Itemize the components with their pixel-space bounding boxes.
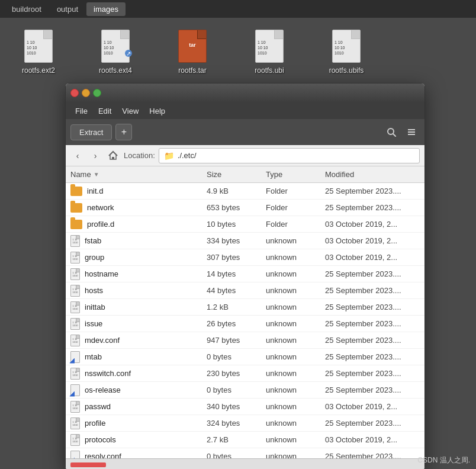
col-header-type[interactable]: Type: [266, 170, 325, 179]
file-size: 4.9 kB: [207, 187, 266, 195]
table-row[interactable]: resolv.conf 0 bytes unknown 25 September…: [66, 448, 424, 458]
watermark: CSDN 温人之周.: [417, 455, 470, 465]
menu-view[interactable]: View: [117, 105, 143, 117]
table-row[interactable]: 1 101010 passwd 340 bytes unknown 03 Oct…: [66, 399, 424, 415]
back-button[interactable]: ‹: [70, 149, 85, 163]
window-minimize-button[interactable]: [82, 89, 90, 97]
file-name-cell: 1 101010 passwd: [70, 401, 207, 413]
file-type: unknown: [266, 319, 325, 328]
file-name: hostname: [85, 269, 118, 278]
table-row[interactable]: 1 101010 hosts 44 bytes unknown 25 Septe…: [66, 282, 424, 299]
file-modified: 03 October 2019, 2...: [325, 253, 420, 262]
file-name-cell: mtab: [70, 351, 207, 363]
column-headers: Name ▼ Size Type Modified: [66, 166, 424, 183]
search-button[interactable]: [383, 124, 400, 140]
add-button[interactable]: +: [115, 124, 132, 140]
file-size: 2.7 kB: [207, 435, 266, 444]
col-header-name[interactable]: Name ▼: [70, 170, 207, 179]
table-row[interactable]: 1 101010 issue 26 bytes unknown 25 Septe…: [66, 316, 424, 332]
file-icon: 1 101010: [70, 434, 80, 446]
locationbar: ‹ › Location: 📁 ./.etc/: [66, 145, 424, 166]
col-header-modified[interactable]: Modified: [325, 170, 420, 179]
desktop-icon-rootfs-tar[interactable]: tar rootfs.tar: [172, 30, 213, 75]
hamburger-menu-button[interactable]: [403, 124, 420, 140]
archive-manager-window: File Edit View Help Extract +: [65, 83, 425, 469]
menu-file[interactable]: File: [70, 105, 92, 117]
table-row[interactable]: network 653 bytes Folder 25 September 20…: [66, 200, 424, 216]
table-row[interactable]: 1 101010 inittab 1.2 kB unknown 25 Septe…: [66, 299, 424, 316]
file-name-cell: 1 101010 protocols: [70, 434, 207, 446]
file-name-cell: init.d: [70, 187, 207, 196]
menu-help[interactable]: Help: [144, 105, 170, 117]
table-row[interactable]: 1 101010 profile 324 bytes unknown 25 Se…: [66, 415, 424, 432]
file-name: mtab: [85, 352, 102, 361]
desktop-icon-rootfs-ubifs[interactable]: 1 1010 101010 rootfs.ubifs: [326, 30, 367, 75]
desktop-icon-rootfs-ubi[interactable]: 1 1010 101010 rootfs.ubi: [249, 30, 290, 75]
desktop-icon-rootfs-ext2[interactable]: 1 1010 101010 rootfs.ext2: [18, 30, 59, 75]
forward-button[interactable]: ›: [88, 149, 102, 163]
home-button[interactable]: [106, 149, 120, 163]
file-icon: 1 101010: [70, 401, 80, 413]
file-icon: 1 101010: [70, 368, 80, 380]
file-modified: 25 September 2023....: [325, 319, 420, 328]
file-modified: 25 September 2023....: [325, 419, 420, 428]
file-name: profile.d: [87, 220, 114, 229]
status-progress-bar: [70, 462, 106, 467]
file-type: unknown: [266, 286, 325, 295]
window-close-button[interactable]: [70, 89, 79, 97]
file-type: Folder: [266, 220, 325, 229]
file-name-cell: 1 101010 hosts: [70, 285, 207, 297]
file-type: unknown: [266, 303, 325, 311]
desktop-icon-rootfs-ext4[interactable]: 1 1010 101010 ↗ rootfs.ext4: [95, 30, 136, 75]
file-type: unknown: [266, 386, 325, 394]
desktop-icons-row: 1 1010 101010 rootfs.ext2 1 1010 101010 …: [0, 18, 476, 86]
file-type: unknown: [266, 352, 325, 361]
file-modified: 25 September 2023....: [325, 452, 420, 458]
file-size: 324 bytes: [207, 419, 266, 428]
file-name: passwd: [85, 402, 111, 411]
file-modified: 03 October 2019, 2...: [325, 236, 420, 245]
table-row[interactable]: 1 101010 mdev.conf 947 bytes unknown 25 …: [66, 332, 424, 349]
taskbar-output[interactable]: output: [50, 2, 85, 16]
desktop-icon-label-ubifs: rootfs.ubifs: [329, 66, 364, 75]
file-type: unknown: [266, 419, 325, 428]
taskbar-images[interactable]: images: [86, 2, 126, 16]
file-icon: 1 101010: [70, 235, 80, 247]
link-icon: [70, 351, 80, 363]
table-row[interactable]: 1 101010 hostname 14 bytes unknown 25 Se…: [66, 266, 424, 282]
table-row[interactable]: 1 101010 protocols 2.7 kB unknown 03 Oct…: [66, 432, 424, 448]
file-type: unknown: [266, 402, 325, 411]
table-row[interactable]: 1 101010 group 307 bytes unknown 03 Octo…: [66, 249, 424, 266]
table-row[interactable]: init.d 4.9 kB Folder 25 September 2023..…: [66, 183, 424, 200]
table-row[interactable]: os-release 0 bytes unknown 25 September …: [66, 382, 424, 399]
table-row[interactable]: 1 101010 fstab 334 bytes unknown 03 Octo…: [66, 233, 424, 249]
file-modified: 25 September 2023....: [325, 303, 420, 311]
file-type: unknown: [266, 236, 325, 245]
table-row[interactable]: mtab 0 bytes unknown 25 September 2023..…: [66, 349, 424, 365]
location-path-text: ./.etc/: [178, 151, 197, 160]
file-size: 44 bytes: [207, 286, 266, 295]
taskbar-buildroot[interactable]: buildroot: [5, 2, 49, 16]
file-modified: 03 October 2019, 2...: [325, 435, 420, 444]
file-name-cell: 1 101010 group: [70, 252, 207, 264]
col-header-size[interactable]: Size: [207, 170, 266, 179]
extract-button[interactable]: Extract: [70, 124, 112, 140]
table-row[interactable]: profile.d 10 bytes Folder 03 October 201…: [66, 216, 424, 233]
file-name: hosts: [85, 286, 103, 295]
file-name: fstab: [85, 236, 101, 245]
file-icon: 1 101010: [70, 417, 80, 429]
file-size: 26 bytes: [207, 319, 266, 328]
menu-edit[interactable]: Edit: [94, 105, 116, 117]
file-icon: 1 101010: [70, 252, 80, 264]
window-maximize-button[interactable]: [93, 89, 101, 97]
file-name: init.d: [87, 187, 103, 195]
file-list[interactable]: init.d 4.9 kB Folder 25 September 2023..…: [66, 183, 424, 458]
table-row[interactable]: 1 101010 nsswitch.conf 230 bytes unknown…: [66, 365, 424, 382]
file-name-cell: 1 101010 inittab: [70, 301, 207, 313]
folder-icon: [70, 187, 82, 196]
file-modified: 25 September 2023....: [325, 286, 420, 295]
location-path[interactable]: 📁 ./.etc/: [159, 148, 420, 163]
statusbar: [66, 458, 424, 469]
desktop: 1 1010 101010 rootfs.ext2 1 1010 101010 …: [0, 18, 476, 469]
file-size: 947 bytes: [207, 336, 266, 345]
